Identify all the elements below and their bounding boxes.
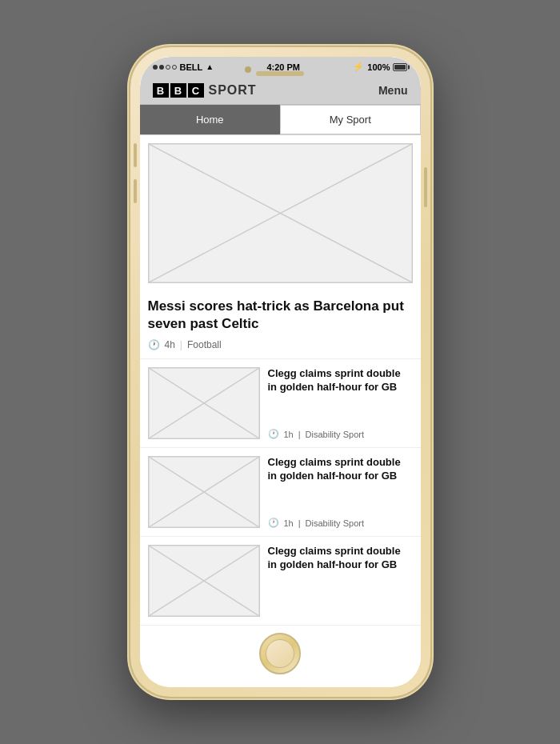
bbc-logo: B B C SPORT	[153, 83, 257, 98]
article-category-1: Disability Sport	[306, 430, 364, 439]
power-button[interactable]	[424, 167, 427, 207]
content-area: Messi scores hat-trick as Barcelona put …	[140, 135, 421, 687]
front-camera	[245, 66, 251, 73]
bbc-blocks: B B C	[153, 83, 204, 98]
menu-button[interactable]: Menu	[378, 84, 408, 97]
bluetooth-icon: ⚡	[353, 62, 364, 72]
article-item-3[interactable]: Clegg claims sprint double in golden hal…	[140, 537, 421, 626]
battery-icon	[393, 63, 407, 71]
nav-tabs: Home My Sport	[140, 105, 421, 135]
hero-meta: 🕐 4h | Football	[140, 336, 421, 359]
tab-my-sport[interactable]: My Sport	[280, 105, 421, 134]
hero-title[interactable]: Messi scores hat-trick as Barcelona put …	[140, 291, 421, 336]
article-content-3: Clegg claims sprint double in golden hal…	[268, 545, 413, 617]
wifi-icon: ▲	[206, 62, 214, 71]
home-button[interactable]	[259, 633, 301, 674]
article-item-1[interactable]: Clegg claims sprint double in golden hal…	[140, 359, 421, 448]
article-clock-icon-2: 🕐	[268, 518, 279, 528]
hero-placeholder	[149, 144, 412, 282]
article-thumb-2	[148, 456, 260, 528]
tab-home[interactable]: Home	[140, 105, 281, 134]
signal-bars	[153, 65, 177, 70]
article-time-1: 1h	[284, 430, 294, 439]
volume-up-button[interactable]	[134, 143, 137, 167]
article-time-2: 1h	[284, 518, 294, 528]
clock-icon: 🕐	[148, 339, 160, 350]
battery-fill	[394, 65, 406, 70]
phone-frame: BELL ▲ 4:20 PM ⚡ 100% B B	[130, 47, 430, 697]
bbc-b2: B	[170, 83, 186, 98]
signal-dot-4	[172, 65, 177, 70]
sport-title: SPORT	[209, 83, 257, 98]
article-thumb-1	[148, 367, 260, 439]
home-button-inner	[266, 639, 294, 668]
article-title-2: Clegg claims sprint double in golden hal…	[268, 456, 413, 483]
status-left: BELL ▲	[153, 62, 214, 72]
article-divider-1: |	[298, 430, 301, 439]
hero-time: 4h	[165, 339, 175, 350]
bbc-c: C	[188, 83, 204, 98]
signal-dot-1	[153, 65, 158, 70]
status-time: 4:20 PM	[266, 62, 300, 72]
article-thumb-3	[148, 545, 260, 617]
article-category-2: Disability Sport	[306, 518, 364, 528]
article-title-1: Clegg claims sprint double in golden hal…	[268, 367, 413, 394]
signal-dot-2	[159, 65, 164, 70]
article-clock-icon-1: 🕐	[268, 429, 279, 439]
hero-category: Football	[187, 339, 222, 350]
article-content-2: Clegg claims sprint double in golden hal…	[268, 456, 413, 528]
article-divider-2: |	[298, 518, 301, 528]
phone-screen: BELL ▲ 4:20 PM ⚡ 100% B B	[140, 57, 421, 687]
screen-content: BELL ▲ 4:20 PM ⚡ 100% B B	[140, 57, 421, 687]
status-right: ⚡ 100%	[353, 62, 407, 72]
meta-divider: |	[180, 339, 182, 350]
battery-percent: 100%	[367, 62, 390, 72]
signal-dot-3	[166, 65, 170, 70]
carrier-label: BELL	[180, 62, 203, 72]
volume-down-button[interactable]	[134, 179, 137, 203]
article-item-2[interactable]: Clegg claims sprint double in golden hal…	[140, 448, 421, 537]
article-title-3: Clegg claims sprint double in golden hal…	[268, 545, 413, 572]
speaker	[256, 71, 304, 76]
hero-image	[148, 143, 413, 283]
app-header: B B C SPORT Menu	[140, 77, 421, 105]
bbc-b1: B	[153, 83, 169, 98]
article-meta-1: 🕐 1h | Disability Sport	[268, 429, 413, 439]
article-content-1: Clegg claims sprint double in golden hal…	[268, 367, 413, 439]
article-meta-2: 🕐 1h | Disability Sport	[268, 518, 413, 528]
